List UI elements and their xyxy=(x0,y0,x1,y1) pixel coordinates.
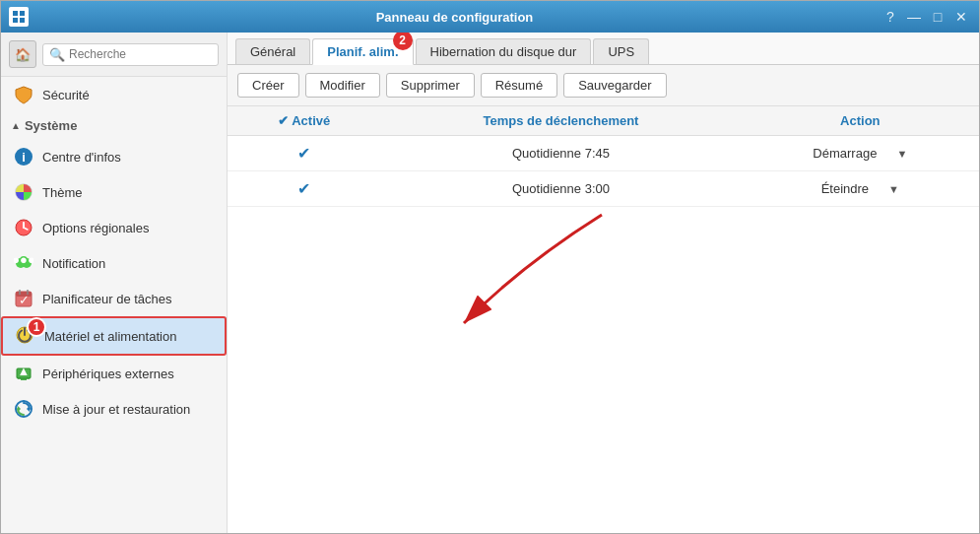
update-icon xyxy=(13,398,34,420)
shield-icon xyxy=(13,84,34,105)
maximize-button[interactable]: □ xyxy=(928,7,947,27)
external-icon: ▲ xyxy=(13,363,34,384)
sidebar: 🏠 🔍 Sécurité ▲ Système xyxy=(1,33,228,533)
main-panel: Général Planif. alim. 2 Hibernation du d… xyxy=(228,33,979,533)
content-area: 🏠 🔍 Sécurité ▲ Système xyxy=(1,33,979,533)
sidebar-item-label: Options régionales xyxy=(42,221,149,235)
svg-text:●●●: ●●● xyxy=(14,253,33,267)
active-header-check: ✔ xyxy=(278,113,289,128)
home-button[interactable]: 🏠 xyxy=(9,40,36,68)
sidebar-item-theme[interactable]: Thème xyxy=(1,174,227,210)
sidebar-item-label: Planificateur de tâches xyxy=(42,292,172,306)
sidebar-item-label: Centre d'infos xyxy=(42,150,121,165)
row2-dropdown-arrow[interactable]: ▼ xyxy=(888,183,899,195)
modifier-button[interactable]: Modifier xyxy=(305,73,380,98)
tab-ups[interactable]: UPS xyxy=(593,38,649,64)
power-icon: 1 xyxy=(15,325,36,347)
title-bar-left xyxy=(9,7,29,27)
toolbar: Créer Modifier Supprimer Résumé Sauvegar… xyxy=(228,65,979,106)
theme-icon xyxy=(13,181,34,203)
search-box[interactable]: 🔍 xyxy=(42,43,219,66)
checkbox-checked-icon: ✔ xyxy=(297,145,310,162)
schedule-table: ✔ Activé Temps de déclenchement Action xyxy=(228,106,979,207)
table-row: ✔ Quotidienne 3:00 Éteindre ▼ xyxy=(228,171,979,207)
row1-active[interactable]: ✔ xyxy=(228,136,380,171)
window-title: Panneau de configuration xyxy=(29,10,881,25)
tab-general[interactable]: Général xyxy=(235,38,310,64)
table-container: ✔ Activé Temps de déclenchement Action xyxy=(228,106,979,533)
tab-hibernation[interactable]: Hibernation du disque dur xyxy=(416,38,592,64)
svg-rect-3 xyxy=(20,18,25,23)
svg-text:✓: ✓ xyxy=(19,293,30,307)
help-button[interactable]: ? xyxy=(881,7,900,27)
red-arrow-annotation xyxy=(405,185,848,382)
step-badge-2: 2 xyxy=(393,33,413,50)
calendar-icon: ✓ xyxy=(13,288,34,309)
notification-icon: ●●● xyxy=(13,252,34,274)
sidebar-item-label: Périphériques externes xyxy=(42,367,174,381)
tabs-bar: Général Planif. alim. 2 Hibernation du d… xyxy=(228,33,979,65)
home-icon: 🏠 xyxy=(15,47,31,62)
sidebar-top: 🏠 🔍 xyxy=(1,33,227,77)
sidebar-item-label: Thème xyxy=(42,185,82,200)
app-icon xyxy=(9,7,29,27)
row2-temps: Quotidienne 3:00 xyxy=(380,171,741,207)
sidebar-item-peripheriques[interactable]: ▲ Périphériques externes xyxy=(1,356,227,391)
close-button[interactable]: ✕ xyxy=(951,7,971,27)
sidebar-item-label: Sécurité xyxy=(42,88,90,102)
tab-planif-alim[interactable]: Planif. alim. 2 xyxy=(312,38,413,65)
row1-dropdown-arrow[interactable]: ▼ xyxy=(896,148,907,160)
svg-marker-25 xyxy=(27,406,30,412)
col-temps: Temps de déclenchement xyxy=(380,106,741,136)
row2-active[interactable]: ✔ xyxy=(228,171,380,207)
minimize-button[interactable]: — xyxy=(904,7,924,27)
tab-badge-wrapper: Planif. alim. 2 xyxy=(327,44,398,59)
sidebar-item-label: Matériel et alimentation xyxy=(44,329,176,344)
sidebar-item-label: Mise à jour et restauration xyxy=(42,402,190,417)
sidebar-item-options-regionales[interactable]: Options régionales xyxy=(1,210,227,245)
row2-action-cell: Éteindre ▼ xyxy=(742,171,979,207)
sidebar-item-notification[interactable]: ●●● Notification xyxy=(1,245,227,281)
search-input[interactable] xyxy=(69,47,212,61)
row1-action-cell: Démarrage ▼ xyxy=(742,136,979,171)
step-badge-1: 1 xyxy=(27,317,46,337)
creer-button[interactable]: Créer xyxy=(237,73,299,98)
svg-rect-0 xyxy=(13,11,18,16)
search-icon: 🔍 xyxy=(49,47,65,62)
sidebar-item-label: Notification xyxy=(42,256,105,271)
resume-button[interactable]: Résumé xyxy=(481,73,557,98)
sauvegarder-button[interactable]: Sauvegarder xyxy=(563,73,666,98)
svg-marker-26 xyxy=(18,406,21,412)
row1-action-value: Démarrage xyxy=(813,146,877,161)
window-controls: ? — □ ✕ xyxy=(881,7,971,27)
system-label: Système xyxy=(25,118,77,133)
row1-temps: Quotidienne 7:45 xyxy=(380,136,741,171)
row2-action-value: Éteindre xyxy=(821,181,869,196)
svg-rect-2 xyxy=(13,18,18,23)
svg-rect-1 xyxy=(20,11,25,16)
sidebar-item-security[interactable]: Sécurité xyxy=(1,77,227,112)
sidebar-item-mise-a-jour[interactable]: Mise à jour et restauration xyxy=(1,391,227,427)
title-bar: Panneau de configuration ? — □ ✕ xyxy=(1,1,979,33)
sidebar-item-materiel[interactable]: 1 Matériel et alimentation xyxy=(1,316,227,356)
svg-text:▲: ▲ xyxy=(18,364,31,378)
info-icon: i xyxy=(13,146,34,167)
window: Panneau de configuration ? — □ ✕ 🏠 🔍 xyxy=(0,0,980,534)
supprimer-button[interactable]: Supprimer xyxy=(386,73,475,98)
sidebar-item-planificateur[interactable]: ✓ Planificateur de tâches xyxy=(1,281,227,316)
svg-text:i: i xyxy=(22,150,26,165)
system-section-header[interactable]: ▲ Système xyxy=(1,112,227,139)
table-row: ✔ Quotidienne 7:45 Démarrage ▼ xyxy=(228,136,979,171)
sidebar-item-centre-infos[interactable]: i Centre d'infos xyxy=(1,139,227,174)
chevron-icon: ▲ xyxy=(11,120,21,131)
checkbox-checked-icon: ✔ xyxy=(297,180,310,197)
col-active: ✔ Activé xyxy=(228,106,380,136)
col-action: Action xyxy=(742,106,979,136)
clock-icon xyxy=(13,217,34,238)
